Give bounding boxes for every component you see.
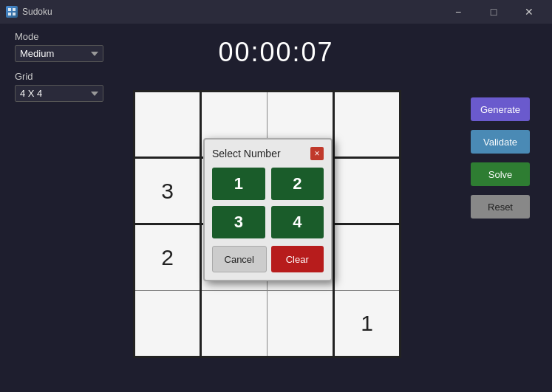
modal-header: Select Number ×	[212, 147, 324, 160]
svg-rect-1	[13, 8, 16, 11]
cell-1-0[interactable]: 3	[134, 158, 201, 224]
solve-button[interactable]: Solve	[471, 162, 530, 186]
svg-rect-3	[13, 13, 16, 16]
timer-display: 00:00:07	[218, 37, 333, 68]
mode-select[interactable]: Medium Easy Hard	[15, 45, 103, 62]
minimize-button[interactable]: −	[441, 0, 475, 24]
reset-button[interactable]: Reset	[471, 195, 530, 219]
cell-0-0[interactable]	[134, 92, 201, 158]
grid-select[interactable]: 4 X 4 9 X 9	[15, 85, 103, 102]
titlebar-left: Sudoku	[6, 6, 52, 18]
maximize-button[interactable]: □	[477, 0, 511, 24]
number-grid: 1 2 3 4	[212, 168, 324, 238]
modal-title: Select Number	[212, 148, 281, 159]
app-icon	[6, 6, 18, 18]
number-button-2[interactable]: 2	[271, 168, 324, 200]
cell-3-3[interactable]: 1	[334, 291, 401, 357]
cell-2-0[interactable]: 2	[134, 224, 201, 291]
generate-button[interactable]: Generate	[471, 97, 530, 121]
main-area: 00:00:07 Mode Medium Easy Hard Grid 4 X …	[0, 24, 552, 392]
svg-rect-0	[8, 8, 11, 11]
titlebar: Sudoku − □ ✕	[0, 0, 552, 24]
svg-rect-2	[8, 13, 11, 16]
number-button-3[interactable]: 3	[212, 206, 265, 238]
cancel-button[interactable]: Cancel	[212, 246, 267, 272]
cell-2-3[interactable]	[334, 224, 401, 291]
grid-label: Grid	[15, 71, 103, 82]
right-panel: Generate Validate Solve Reset	[471, 97, 530, 219]
left-panel: Mode Medium Easy Hard Grid 4 X 4 9 X 9	[15, 31, 103, 111]
number-button-1[interactable]: 1	[212, 168, 265, 200]
cell-3-1[interactable]	[201, 291, 268, 357]
close-button[interactable]: ✕	[512, 0, 546, 24]
clear-button[interactable]: Clear	[271, 246, 324, 272]
titlebar-controls: − □ ✕	[441, 0, 546, 24]
number-button-4[interactable]: 4	[271, 206, 324, 238]
modal-actions: Cancel Clear	[212, 246, 324, 272]
cell-3-2[interactable]	[268, 291, 334, 357]
app-title: Sudoku	[22, 7, 52, 17]
cell-1-3[interactable]	[334, 158, 401, 224]
grid-row-3: 1	[134, 291, 401, 357]
cell-0-3[interactable]	[334, 92, 401, 158]
mode-label: Mode	[15, 31, 103, 42]
modal-close-button[interactable]: ×	[310, 147, 324, 160]
select-number-modal: Select Number × 1 2 3 4 Cancel Clear	[203, 138, 333, 281]
cell-3-0[interactable]	[134, 291, 201, 357]
validate-button[interactable]: Validate	[471, 130, 530, 154]
